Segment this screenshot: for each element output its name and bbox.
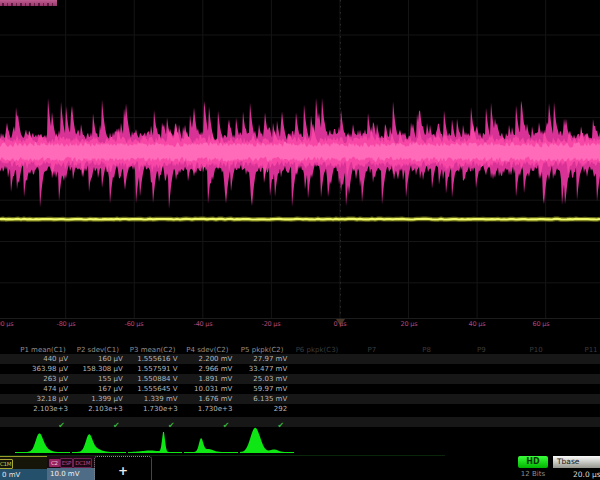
axis-label-5: 0 µs [334,320,347,328]
meas-col-header: P8 [399,346,455,354]
hd-badge: HD [518,456,548,468]
clipped-badge-text [2,3,53,6]
meas-value: 263 µV [43,375,68,383]
meas-col-11[interactable]: P11 [563,344,600,430]
axis-label-6: 20 µs [401,320,418,328]
c2-coupling-chip: DC1M [73,458,92,468]
meas-col-6[interactable]: P6 pkpk(C3) [289,344,345,430]
meas-status-check: ✔ [168,422,175,430]
meas-value: 59.97 mV [253,385,287,393]
meas-value: 1.555645 V [137,385,177,393]
meas-value: 1.676 mV [199,395,233,403]
oscilloscope-screen: -100 µs-80 µs-60 µs-40 µs-20 µs0 µs20 µs… [0,0,600,480]
axis-label-4: -20 µs [261,320,280,328]
add-trace-box[interactable]: + [94,456,152,480]
meas-col-9[interactable]: P9 [453,344,509,430]
meas-value: 6.135 mV [253,395,287,403]
meas-col-header: P3 mean(C2) [125,346,181,354]
meas-col-10[interactable]: P10 [508,344,564,430]
meas-value: 2.200 mV [199,355,233,363]
c2-esp-chip: ESP [60,458,73,468]
meas-value: 10.031 mV [194,385,232,393]
meas-value: 32.18 µV [36,395,68,403]
meas-col-8[interactable]: P8 [399,344,455,430]
axis-label-7: 40 µs [469,320,486,328]
meas-col-5[interactable]: P5 pkpk(C2)27.97 mV33.477 mV25.03 mV59.9… [234,344,290,430]
meas-col-4[interactable]: P4 sdev(C2)2.200 mV2.966 mV1.891 mV10.03… [179,344,235,430]
meas-status-check: ✔ [223,422,230,430]
meas-value: 1.891 mV [199,375,233,383]
meas-value: 474 µV [43,385,68,393]
meas-value: 25.03 mV [253,375,287,383]
timebase-value: 20.0 µs/div [573,470,600,479]
meas-col-header: P2 sdev(C1) [70,346,126,354]
meas-value: 158.308 µV [82,365,122,373]
axis-label-3: -40 µs [193,320,212,328]
meas-value: 155 µV [98,375,123,383]
meas-status-check: ✔ [113,422,120,430]
time-axis: -100 µs-80 µs-60 µs-40 µs-20 µs0 µs20 µs… [0,320,600,332]
meas-value: 1.730e+3 [198,405,233,413]
histicon-p1 [15,433,70,453]
meas-value: 2.103e+3 [33,405,68,413]
meas-col-2[interactable]: P2 sdev(C1)160 µV158.308 µV155 µV167 µV1… [70,344,126,430]
meas-col-header: P1 mean(C1) [15,346,71,354]
channel-c1-descriptor[interactable]: DC1M 0 mV [0,456,49,480]
meas-status-check: ✔ [58,422,65,430]
axis-label-8: 60 µs [533,320,550,328]
meas-value: 1.399 µV [91,395,123,403]
meas-col-3[interactable]: P3 mean(C2)1.555616 V1.557591 V1.550884 … [125,344,181,430]
channel-c2-descriptor[interactable]: C2ESPDC1M 10.0 mV [47,456,95,480]
plus-icon: + [118,464,128,478]
meas-col-header: P9 [453,346,509,354]
meas-value: 292 [274,405,287,413]
meas-value: 1.550884 V [137,375,177,383]
meas-status-check: ✔ [277,422,284,430]
meas-col-1[interactable]: P1 mean(C1)440 µV363.98 µV263 µV474 µV32… [15,344,71,430]
meas-col-header: P11 [563,346,600,354]
meas-col-header: P10 [508,346,564,354]
c1-coupling-chip: DC1M [0,459,13,469]
meas-col-header: P4 sdev(C2) [179,346,235,354]
histicon-p5 [240,428,294,453]
measurement-table[interactable]: P1 mean(C1)440 µV363.98 µV263 µV474 µV32… [0,344,600,430]
meas-value: 1.557591 V [137,365,177,373]
meas-value: 1.555616 V [137,355,177,363]
meas-value: 1.339 mV [144,395,178,403]
meas-value: 363.98 µV [32,365,68,373]
c2-scale-value: 10.0 mV [50,470,79,478]
axis-label-2: -60 µs [124,320,143,328]
top-left-clipped-badge [0,0,57,6]
meas-value: 27.97 mV [253,355,287,363]
histicon-p3 [128,432,182,453]
meas-col-header: P5 pkpk(C2) [234,346,290,354]
meas-value: 1.730e+3 [143,405,178,413]
meas-value: 167 µV [98,385,123,393]
hd-bits-label: 12 Bits [514,470,552,478]
histicon-p4 [184,438,238,453]
c2-label-chip: C2 [49,459,60,467]
meas-value: 440 µV [43,355,68,363]
c1-scale-value: 0 mV [2,471,20,479]
meas-value: 2.966 mV [199,365,233,373]
timebase-box[interactable]: Tbase [553,456,600,468]
meas-col-header: P7 [344,346,400,354]
axis-label-0: -100 µs [0,320,13,328]
meas-value: 160 µV [98,355,123,363]
meas-col-header: P6 pkpk(C3) [289,346,345,354]
meas-value: 33.477 mV [249,365,287,373]
axis-label-1: -80 µs [56,320,75,328]
meas-value: 2.103e+3 [88,405,123,413]
histicon-p2 [72,434,126,453]
meas-col-7[interactable]: P7 [344,344,400,430]
